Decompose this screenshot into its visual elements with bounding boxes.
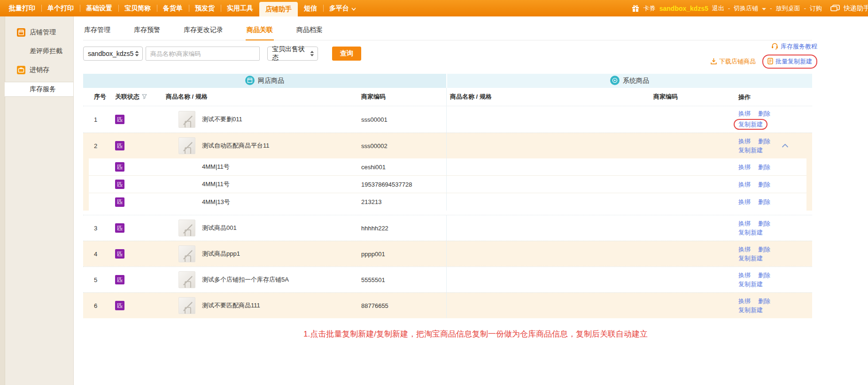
gift-icon <box>631 5 640 12</box>
product-name: 测试商品ppp1 <box>202 250 240 258</box>
sku-row: 匹 4MM|11号 195378694537728 换绑删除 <box>89 176 806 193</box>
inventory-tutorial-link[interactable]: 库存服务教程 <box>771 42 817 51</box>
matched-badge: 匹 <box>115 180 124 189</box>
query-button[interactable]: 查询 <box>332 47 361 61</box>
separator: - <box>770 5 772 12</box>
top-nav: 批量打印 单个打印 基础设置 宝贝简称 备货单 预发货 实用工具 店铺助手 短信… <box>0 0 362 16</box>
sys-product-name <box>446 193 651 211</box>
express-assistant-link[interactable]: 快递助手 <box>844 4 868 13</box>
to-desktop-link[interactable]: 放到桌面 <box>776 4 800 13</box>
matched-badge: 匹 <box>115 249 124 259</box>
sys-product-name <box>446 106 651 133</box>
copy-new-link[interactable]: 复制新建 <box>738 255 763 262</box>
tab-bar: 库存管理 库存预警 库存更改记录 商品关联 商品档案 <box>83 16 812 40</box>
nav-item-shop-assistant[interactable]: 店铺助手 <box>259 2 298 16</box>
delete-link[interactable]: 删除 <box>758 220 770 227</box>
subscribe-link[interactable]: 订购 <box>810 4 822 13</box>
rebind-link[interactable]: 换绑 <box>738 110 751 117</box>
nav-item-multi-platform[interactable]: 多平台 <box>323 0 362 16</box>
sku-name: 4MM|11号 <box>163 180 360 189</box>
filter-funnel-icon[interactable] <box>142 94 147 101</box>
batch-copy-highlight-box: 批量复制新建 <box>762 55 817 69</box>
search-input[interactable] <box>146 47 260 61</box>
nav-item-basic-settings[interactable]: 基础设置 <box>80 0 118 16</box>
download-icon <box>711 58 717 66</box>
delete-link[interactable]: 删除 <box>758 272 770 279</box>
nav-item-item-shortname[interactable]: 宝贝简称 <box>118 0 157 16</box>
batch-copy-new-link[interactable]: 批量复制新建 <box>767 57 812 66</box>
delete-link[interactable]: 删除 <box>758 198 770 205</box>
tab-inventory-change-log[interactable]: 库存更改记录 <box>183 24 224 40</box>
store-circle-icon <box>245 76 255 86</box>
rebind-link[interactable]: 换绑 <box>738 298 751 305</box>
association-table: 网店商品 系统商品 序号 关联状态 商品名称 / 规格 <box>83 74 812 318</box>
delete-link[interactable]: 删除 <box>758 246 770 253</box>
rebind-link[interactable]: 换绑 <box>738 164 751 171</box>
copy-new-link[interactable]: 复制新建 <box>738 281 763 288</box>
sidebar-item-bad-reviewer-block[interactable]: 差评师拦截 <box>0 42 73 61</box>
nav-item-preship[interactable]: 预发货 <box>189 0 221 16</box>
product-name: 测试自动匹配商品平台11 <box>202 141 270 150</box>
copy-new-link[interactable]: 复制新建 <box>738 229 763 236</box>
tab-inventory-management[interactable]: 库存管理 <box>83 24 111 40</box>
coupon-link[interactable]: 卡券 <box>643 4 656 13</box>
tutorial-annotation-text: 1.点击批量复制新建/复制新建，把淘宝商品信息复制一份做为仓库商品信息，复制后关… <box>83 329 868 339</box>
product-thumbnail <box>178 245 195 262</box>
shop-select[interactable]: sandbox_kdzs5 <box>83 47 143 61</box>
rebind-link[interactable]: 换绑 <box>738 272 751 279</box>
sys-product-name <box>446 267 651 292</box>
delete-link[interactable]: 删除 <box>758 181 770 188</box>
copy-new-link[interactable]: 复制新建 <box>738 147 763 154</box>
sidebar-item-shop-management[interactable]: 店铺管理 <box>0 23 73 42</box>
nav-item-single-print[interactable]: 单个打印 <box>41 0 80 16</box>
matched-badge: 匹 <box>115 141 124 150</box>
collapse-chevron-up-icon[interactable] <box>782 141 789 150</box>
row-actions: 换绑删除 复制新建 <box>735 268 812 291</box>
rebind-link[interactable]: 换绑 <box>738 198 751 205</box>
download-shop-products-link[interactable]: 下载店铺商品 <box>711 57 756 66</box>
table-row: 5 匹 测试多个店铺扣一个库存店铺5A 5555501 换绑删除 复制新建 <box>83 267 812 292</box>
matched-badge: 匹 <box>115 275 124 284</box>
row-no: 6 <box>83 302 111 309</box>
sys-product-name <box>446 176 651 193</box>
tab-product-archive[interactable]: 商品档案 <box>295 24 324 40</box>
nav-item-tools[interactable]: 实用工具 <box>221 0 259 16</box>
sidebar-item-label: 进销存 <box>30 66 49 74</box>
copy-new-link[interactable]: 复制新建 <box>738 121 763 128</box>
nav-item-sms[interactable]: 短信 <box>298 0 323 16</box>
rebind-link[interactable]: 换绑 <box>738 220 751 227</box>
delete-link[interactable]: 删除 <box>758 110 770 117</box>
rebind-link[interactable]: 换绑 <box>738 246 751 253</box>
chevron-down-icon <box>762 5 766 12</box>
nav-item-batch-print[interactable]: 批量打印 <box>3 0 41 16</box>
sidebar-item-purchase-sale-stock[interactable]: 进销存 <box>0 61 73 79</box>
product-thumbnail <box>178 111 195 128</box>
app-window: 批量打印 单个打印 基础设置 宝贝简称 备货单 预发货 实用工具 店铺助手 短信… <box>0 0 868 385</box>
nav-item-stock-list[interactable]: 备货单 <box>157 0 189 16</box>
merchant-code: ceshi001 <box>360 164 446 171</box>
col-header-code: 商家编码 <box>360 93 446 101</box>
delete-link[interactable]: 删除 <box>758 164 770 171</box>
copy-new-link[interactable]: 复制新建 <box>738 306 763 314</box>
row-no: 1 <box>83 116 111 123</box>
item-status-select[interactable]: 宝贝出售状态 <box>267 47 318 61</box>
rebind-link[interactable]: 换绑 <box>738 181 751 188</box>
merchant-code: sss00002 <box>360 142 446 149</box>
tab-inventory-warning[interactable]: 库存预警 <box>133 24 161 40</box>
sidebar-item-inventory-service[interactable]: 库存服务 <box>5 82 73 97</box>
system-product-section-label: 系统商品 <box>623 77 649 85</box>
delete-link[interactable]: 删除 <box>758 138 770 145</box>
matched-badge: 匹 <box>115 115 124 124</box>
switch-shop-link[interactable]: 切换店铺 <box>734 4 758 13</box>
logout-link[interactable]: 退出 <box>712 4 724 13</box>
merchant-code: 5555501 <box>360 276 446 283</box>
delete-link[interactable]: 删除 <box>758 298 770 305</box>
copy-new-highlight-box: 复制新建 <box>734 119 767 130</box>
row-actions: 换绑删除 复制新建 <box>735 294 812 317</box>
rebind-link[interactable]: 换绑 <box>738 138 751 145</box>
product-name: 测试不要删011 <box>202 115 242 124</box>
table-row: 2 匹 测试自动匹配商品平台11 sss00002 换绑删除 复制新建 <box>83 133 812 158</box>
online-shop-section-label: 网店商品 <box>258 77 284 85</box>
select-stepper-icon <box>135 51 139 56</box>
tab-product-association[interactable]: 商品关联 <box>246 24 274 40</box>
